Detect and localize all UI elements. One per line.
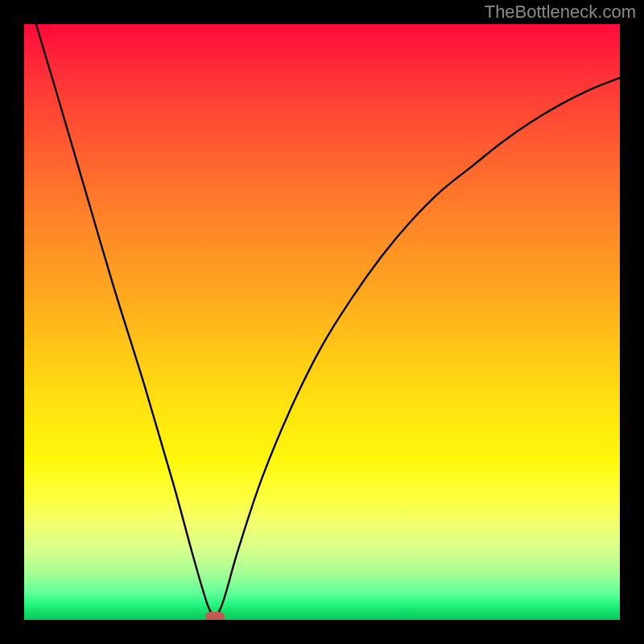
bottleneck-curve [36,24,620,617]
watermark-text: TheBottleneck.com [485,2,636,23]
curve-svg [24,24,620,620]
chart-container: TheBottleneck.com [0,0,644,644]
plot-area [24,24,620,620]
optimal-point-marker [205,612,225,620]
